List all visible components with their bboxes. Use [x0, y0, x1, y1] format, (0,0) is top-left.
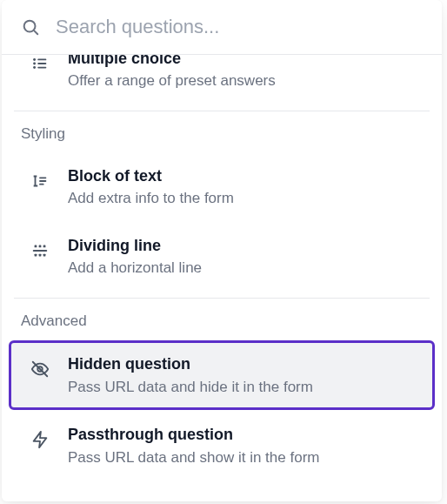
search-input[interactable]	[56, 16, 426, 38]
divider-icon	[30, 240, 50, 261]
item-dividing-line[interactable]: Dividing line Add a horizontal line	[9, 223, 435, 291]
svg-rect-8	[39, 178, 46, 179]
search-icon	[21, 17, 40, 37]
item-desc: Offer a range of preset answers	[68, 71, 276, 91]
lightning-icon	[30, 429, 50, 450]
svg-rect-14	[33, 250, 48, 252]
svg-rect-5	[37, 63, 46, 64]
eye-off-icon	[30, 359, 50, 380]
item-title: Hidden question	[68, 353, 313, 374]
svg-line-1	[34, 30, 37, 34]
section-label-advanced: Advanced	[2, 299, 442, 339]
svg-rect-3	[37, 59, 46, 61]
item-title: Dividing line	[68, 235, 202, 256]
question-picker-panel: Multiple choice Offer a range of preset …	[2, 0, 442, 501]
item-title: Block of text	[68, 165, 234, 186]
svg-rect-17	[43, 254, 46, 257]
item-body: Dividing line Add a horizontal line	[68, 235, 202, 279]
item-block-of-text[interactable]: Block of text Add extra info to the form	[9, 153, 435, 221]
question-list-scroll[interactable]: Multiple choice Offer a range of preset …	[2, 55, 442, 501]
svg-point-6	[33, 66, 36, 69]
svg-rect-16	[39, 254, 42, 257]
item-desc: Pass URL data and show it in the form	[68, 447, 319, 468]
svg-marker-20	[34, 432, 47, 447]
item-body: Block of text Add extra info to the form	[68, 165, 234, 209]
search-row	[2, 0, 442, 55]
svg-point-2	[33, 58, 36, 61]
item-multiple-choice[interactable]: Multiple choice Offer a range of preset …	[9, 55, 435, 104]
svg-rect-13	[43, 245, 46, 248]
item-desc: Add a horizontal line	[68, 258, 202, 279]
item-body: Passthrough question Pass URL data and s…	[68, 424, 319, 467]
item-title: Multiple choice	[68, 55, 276, 69]
section-label-styling: Styling	[2, 111, 442, 151]
item-desc: Pass URL data and hide it in the form	[68, 377, 313, 398]
item-hidden-question[interactable]: Hidden question Pass URL data and hide i…	[9, 340, 435, 410]
list-icon	[30, 55, 50, 74]
svg-rect-12	[39, 245, 42, 248]
svg-rect-15	[35, 254, 37, 257]
svg-rect-9	[39, 180, 46, 182]
svg-rect-11	[35, 245, 37, 248]
svg-rect-7	[37, 67, 46, 69]
item-title: Passthrough question	[68, 424, 319, 445]
item-body: Hidden question Pass URL data and hide i…	[68, 353, 313, 397]
text-block-icon	[30, 171, 50, 192]
item-desc: Add extra info to the form	[68, 188, 234, 209]
item-passthrough-question[interactable]: Passthrough question Pass URL data and s…	[9, 412, 435, 480]
svg-point-4	[33, 63, 36, 65]
svg-rect-10	[39, 184, 44, 185]
item-body: Multiple choice Offer a range of preset …	[68, 55, 276, 91]
